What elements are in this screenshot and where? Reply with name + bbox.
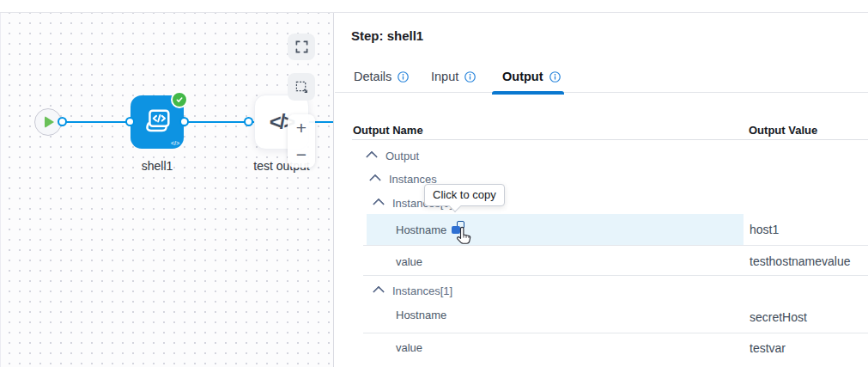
chevron-up-icon[interactable] [366, 150, 378, 162]
tree-row-label: Output [385, 150, 419, 162]
output-value-secrethost: secretHost [750, 310, 807, 324]
start-node-out-port[interactable] [58, 117, 67, 126]
shell1-in-port[interactable] [125, 117, 135, 126]
output-name-value-1[interactable]: value [396, 341, 422, 354]
check-icon [175, 95, 184, 104]
tab-details[interactable]: Details [354, 70, 409, 83]
info-icon [549, 71, 561, 83]
code-badge-icon: </> [171, 140, 179, 146]
test-output-in-port[interactable] [244, 117, 253, 126]
shell1-out-port[interactable] [179, 117, 189, 126]
row-divider [363, 333, 868, 333]
pipeline-canvas[interactable]: </> shell1 </> test output [0, 13, 334, 367]
fullscreen-button[interactable] [288, 34, 315, 60]
output-value-testhostnamevalue: testhostnamevalue [750, 254, 851, 268]
tab-input-label: Input [431, 70, 458, 83]
node-label-test-output: test output [230, 159, 333, 173]
tree-row-output[interactable]: Output [367, 148, 419, 163]
info-icon [464, 71, 476, 83]
node-shell1[interactable]: </> [131, 95, 184, 149]
tooltip-text: Click to copy [433, 188, 496, 201]
tab-output[interactable]: Output [502, 70, 561, 83]
marquee-select-button[interactable] [288, 73, 315, 101]
tab-output-label: Output [502, 70, 543, 83]
chevron-up-icon[interactable] [369, 174, 381, 186]
tree-row-label: Instances[1] [392, 284, 452, 297]
chevron-up-icon[interactable] [373, 198, 385, 210]
page-title: Step: shell1 [351, 28, 423, 43]
row-divider [363, 245, 868, 246]
tooltip: Click to copy [424, 184, 505, 206]
play-icon [45, 116, 54, 128]
info-icon [398, 71, 409, 83]
chevron-up-icon[interactable] [373, 285, 385, 297]
output-name-hostname-0[interactable]: Hostname [396, 223, 446, 236]
output-value-host1: host1 [750, 223, 779, 236]
active-tab-indicator [492, 91, 564, 95]
shell-script-icon [141, 106, 173, 138]
row-divider [363, 275, 868, 276]
output-name-hostname-1[interactable]: Hostname [396, 309, 446, 321]
column-header-output-name: Output Name [353, 124, 423, 137]
top-bar [0, 0, 868, 13]
node-label-shell1: shell1 [106, 159, 209, 173]
output-value-testvar: testvar [750, 341, 786, 355]
expand-icon [295, 40, 308, 53]
tab-details-label: Details [354, 70, 392, 83]
success-status-badge [171, 91, 188, 108]
zoom-controls: + − [288, 114, 315, 168]
table-header-divider [352, 139, 868, 140]
app-screen: </> shell1 </> test output [0, 0, 868, 367]
column-header-output-value: Output Value [749, 124, 817, 137]
output-name-value-0[interactable]: value [396, 255, 422, 268]
marquee-select-icon [295, 81, 308, 94]
zoom-out-button[interactable]: − [296, 145, 307, 163]
tabs-divider [335, 92, 868, 93]
tab-input[interactable]: Input [431, 70, 476, 83]
zoom-in-button[interactable]: + [296, 119, 307, 137]
copy-icon [452, 226, 460, 235]
tree-row-instances-1[interactable]: Instances[1] [374, 283, 452, 298]
copy-button[interactable] [452, 221, 464, 234]
